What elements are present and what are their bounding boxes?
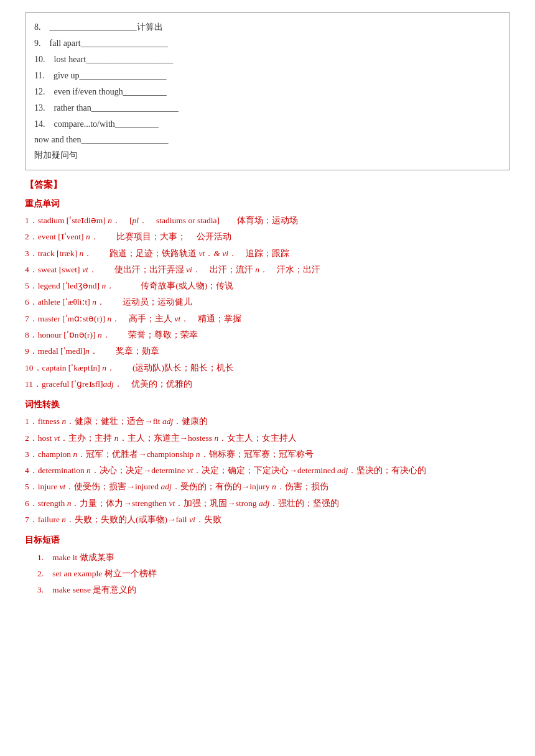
phrases-list: 1. make it 做成某事 2. set an example 树立一个榜样…	[25, 550, 510, 597]
word-form-4: 4．determination n．决心；决定→determine vt．决定；…	[25, 463, 510, 478]
table-row-11: 11. give up____________________	[34, 68, 501, 84]
table-row-8: 8. ____________________计算出	[34, 19, 501, 35]
table-row-now: now and then____________________	[34, 132, 501, 147]
vocab-item-4: 4．sweat [swet] vt． 使出汗；出汗弄湿 vi． 出汗；流汗 n．…	[25, 262, 510, 277]
word-form-2: 2．host vt．主办；主持 n．主人；东道主→hostess n．女主人；女…	[25, 431, 510, 446]
vocab-item-3: 3．track [træk] n． 跑道；足迹；铁路轨道 vt．& vi． 追踪…	[25, 246, 510, 261]
section-heading-word-form: 词性转换	[25, 399, 510, 410]
section-heading-vocab: 重点单词	[25, 198, 510, 210]
phrase-3: 3. make sense 是有意义的	[25, 582, 510, 598]
vocab-item-1: 1．stadium [ˈsteɪdiəm] n． [pl． stadiums o…	[25, 213, 510, 228]
word-form-3: 3．champion n．冠军；优胜者→championship n．锦标赛；冠…	[25, 447, 510, 462]
fill-in-table: 8. ____________________计算出 9. fall apart…	[25, 12, 510, 170]
vocab-item-2: 2．event [ɪˈvent] n． 比赛项目；大事； 公开活动	[25, 229, 510, 244]
word-form-6: 6．strength n．力量；体力→strengthen vt．加强；巩固→s…	[25, 496, 510, 511]
phrase-2: 2. set an example 树立一个榜样	[25, 566, 510, 582]
table-row-10: 10. lost heart____________________	[34, 52, 501, 68]
table-row-12: 12. even if/even though__________	[34, 84, 501, 100]
section-heading-phrases: 目标短语	[25, 535, 510, 546]
answer-section: 【答案】 重点单词 1．stadium [ˈsteɪdiəm] n． [pl． …	[25, 179, 510, 597]
table-row-14: 14. compare...to/with__________	[34, 116, 501, 132]
phrase-1: 1. make it 做成某事	[25, 550, 510, 566]
table-row-tag: 附加疑问句	[34, 147, 501, 164]
word-form-1: 1．fitness n．健康；健壮；适合→fit adj．健康的	[25, 414, 510, 429]
table-row-9: 9. fall apart____________________	[34, 35, 501, 52]
vocab-item-6: 6．athlete [ˈæθliːt] n． 运动员；运动健儿	[25, 295, 510, 310]
vocab-item-8: 8．honour [ˈɒnə(r)] n． 荣誉；尊敬；荣幸	[25, 328, 510, 343]
vocab-list: 1．stadium [ˈsteɪdiəm] n． [pl． stadiums o…	[25, 213, 510, 392]
answer-title: 【答案】	[25, 179, 510, 191]
vocab-item-7: 7．master [ˈmɑːstə(r)] n． 高手；主人 vt． 精通；掌握	[25, 311, 510, 326]
vocab-item-9: 9．medal [ˈmedl]n． 奖章；勋章	[25, 344, 510, 359]
word-form-list: 1．fitness n．健康；健壮；适合→fit adj．健康的 2．host …	[25, 414, 510, 527]
vocab-item-5: 5．legend [ˈledʒənd] n． 传奇故事(或人物)；传说	[25, 279, 510, 293]
vocab-item-11: 11．graceful [ˈɡreɪsfl]adj． 优美的；优雅的	[25, 377, 510, 392]
vocab-item-10: 10．captain [ˈkæptɪn] n． (运动队)队长；船长；机长	[25, 361, 510, 376]
table-row-13: 13. rather than____________________	[34, 100, 501, 116]
word-form-7: 7．failure n．失败；失败的人(或事物)→fail vi．失败	[25, 512, 510, 527]
word-form-5: 5．injure vt．使受伤；损害→injured adj．受伤的；有伤的→i…	[25, 479, 510, 494]
